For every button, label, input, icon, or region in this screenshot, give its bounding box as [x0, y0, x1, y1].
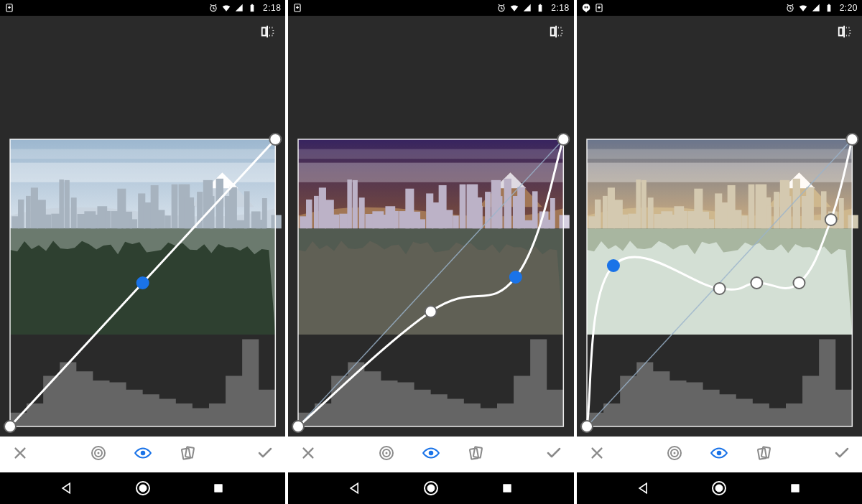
svg-point-176: [715, 485, 723, 492]
svg-rect-9: [18, 200, 24, 228]
tab-styles[interactable]: [376, 444, 397, 465]
svg-rect-41: [229, 187, 237, 229]
svg-rect-5: [10, 163, 275, 182]
apply-button[interactable]: [544, 444, 564, 465]
cancel-button[interactable]: [10, 444, 30, 465]
svg-rect-117: [584, 6, 585, 9]
target-icon: [378, 444, 395, 465]
phone-screen: 2:18: [0, 0, 285, 504]
tab-filters[interactable]: [465, 444, 486, 465]
curve-point[interactable]: [4, 421, 16, 432]
svg-rect-35: [190, 206, 195, 228]
nav-back[interactable]: [342, 475, 368, 501]
curve-point[interactable]: [558, 134, 570, 145]
app-header: [288, 16, 573, 129]
curve-point[interactable]: [713, 283, 725, 294]
status-bar: 2:18: [288, 0, 573, 16]
svg-rect-13: [45, 215, 51, 228]
nav-recent[interactable]: [494, 475, 520, 501]
target-icon: [666, 444, 683, 465]
svg-point-171: [674, 452, 676, 454]
hangouts-icon: [581, 3, 591, 13]
nav-back[interactable]: [54, 475, 80, 501]
curves-editor[interactable]: [577, 129, 862, 437]
cancel-button[interactable]: [587, 444, 607, 465]
tab-looks[interactable]: [709, 444, 729, 465]
check-icon: [545, 444, 562, 465]
svg-rect-47: [271, 215, 281, 229]
svg-point-110: [385, 452, 387, 454]
curve-point[interactable]: [751, 277, 762, 289]
tab-styles[interactable]: [664, 444, 685, 465]
compare-button[interactable]: [835, 23, 855, 43]
close-icon: [300, 445, 316, 464]
eye-icon: [710, 444, 728, 465]
curve-point[interactable]: [793, 277, 805, 289]
curves-editor[interactable]: [288, 129, 573, 437]
nav-recent[interactable]: [782, 475, 808, 501]
svg-point-172: [717, 451, 722, 456]
svg-rect-2: [251, 5, 254, 11]
svg-point-111: [429, 451, 434, 456]
phone-screen: 2:20: [577, 0, 862, 504]
curve-point[interactable]: [825, 214, 836, 225]
bottom-toolbar: [0, 437, 285, 472]
alarm-icon: [208, 3, 218, 13]
svg-rect-122: [828, 4, 829, 5]
close-icon: [589, 445, 605, 464]
app-header: [577, 16, 862, 129]
cards-icon: [467, 444, 484, 465]
apply-button[interactable]: [832, 444, 852, 465]
cards-icon: [755, 444, 772, 465]
nav-home[interactable]: [418, 475, 444, 501]
signal-icon: [811, 3, 821, 13]
nav-home[interactable]: [706, 475, 732, 501]
svg-rect-116: [503, 485, 511, 493]
tab-styles[interactable]: [88, 444, 108, 465]
curve-point[interactable]: [581, 421, 593, 432]
android-navbar: [288, 472, 573, 504]
svg-rect-10: [26, 196, 31, 228]
curves-editor[interactable]: [0, 129, 285, 437]
battery-icon: [824, 3, 834, 13]
svg-rect-26: [130, 219, 138, 228]
curve-point[interactable]: [137, 277, 149, 289]
compare-icon: [837, 24, 853, 42]
status-bar: 2:18: [0, 0, 285, 16]
cancel-button[interactable]: [298, 444, 318, 465]
svg-rect-167: [587, 139, 852, 335]
svg-rect-177: [792, 485, 800, 493]
curve-point[interactable]: [846, 134, 858, 145]
android-navbar: [577, 472, 862, 504]
svg-point-52: [140, 451, 145, 456]
apply-button[interactable]: [255, 444, 275, 465]
compare-icon: [549, 24, 565, 42]
check-icon: [256, 444, 274, 465]
download-icon: [4, 3, 14, 13]
curve-point[interactable]: [425, 306, 437, 317]
svg-rect-15: [59, 179, 64, 228]
tab-looks[interactable]: [421, 444, 441, 465]
download-icon: [292, 3, 302, 13]
signal-icon: [234, 3, 244, 13]
svg-rect-3: [251, 4, 253, 5]
svg-rect-14: [51, 214, 60, 229]
curve-point[interactable]: [292, 421, 304, 432]
curve-point[interactable]: [269, 134, 281, 145]
tab-filters[interactable]: [177, 444, 198, 465]
compare-button[interactable]: [258, 23, 278, 43]
download-icon: [594, 3, 604, 13]
nav-recent[interactable]: [205, 475, 231, 501]
tab-filters[interactable]: [754, 444, 774, 465]
curve-point[interactable]: [510, 271, 522, 283]
android-navbar: [0, 472, 285, 504]
svg-rect-31: [164, 215, 170, 228]
nav-back[interactable]: [631, 475, 657, 501]
curve-point[interactable]: [608, 260, 619, 271]
tab-looks[interactable]: [133, 444, 153, 465]
svg-rect-16: [65, 180, 70, 228]
signal-icon: [522, 3, 532, 13]
svg-rect-57: [215, 485, 223, 493]
compare-button[interactable]: [547, 23, 567, 43]
nav-home[interactable]: [130, 475, 156, 501]
